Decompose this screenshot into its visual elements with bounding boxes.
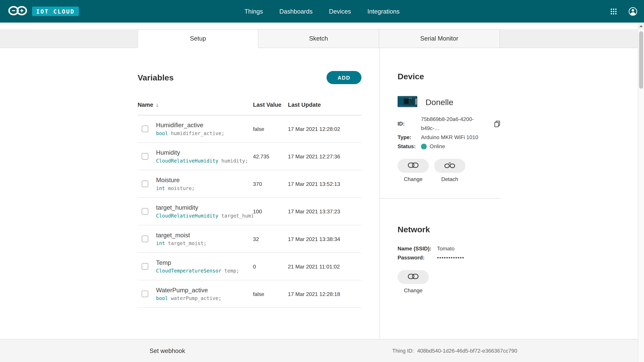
- variable-name[interactable]: Moisture: [156, 176, 253, 184]
- column-last-update: Last Update: [288, 101, 362, 108]
- network-ssid-value: Tomato: [437, 244, 454, 253]
- scroll-up-arrow-icon: [640, 25, 643, 27]
- tab-serial-monitor[interactable]: Serial Monitor: [379, 29, 500, 48]
- device-title: Device: [398, 72, 500, 81]
- table-header: Name↓ Last Value Last Update: [138, 101, 362, 115]
- variable-last-update: 17 Mar 2021 13:52:13: [288, 181, 362, 187]
- scroll-up-button[interactable]: [638, 23, 644, 29]
- variable-last-value: 100: [253, 208, 288, 215]
- detach-device-label: Detach: [441, 176, 458, 182]
- column-last-value: Last Value: [253, 101, 288, 108]
- device-type-row: Type: Arduino MKR WiFi 1010: [398, 133, 500, 142]
- variable-last-value: false: [253, 291, 288, 297]
- device-id-value: 75b869b8-20a6-4200-b49c-…: [421, 115, 491, 133]
- link-icon: [408, 163, 418, 169]
- variable-name[interactable]: Humidifier_active: [156, 121, 253, 129]
- variable-name[interactable]: Humidity: [156, 149, 253, 157]
- variables-section: Variables ADD Name↓ Last Value Last Upda…: [138, 48, 362, 308]
- column-name[interactable]: Name↓: [138, 101, 253, 108]
- variable-name[interactable]: target_moist: [156, 231, 253, 239]
- variable-last-value: 32: [253, 236, 288, 242]
- variable-last-value: 42.735: [253, 153, 288, 160]
- device-board-thumbnail: [398, 96, 418, 109]
- arduino-logo-icon: [8, 4, 27, 18]
- network-title: Network: [398, 225, 500, 234]
- unlink-icon: [444, 162, 455, 170]
- add-variable-button[interactable]: ADD: [326, 71, 362, 84]
- device-type-value: Arduino MKR WiFi 1010: [421, 133, 478, 142]
- tab-setup[interactable]: Setup: [138, 29, 258, 48]
- variable-name[interactable]: target_humidity: [156, 204, 253, 212]
- row-checkbox[interactable]: [142, 236, 148, 242]
- variable-last-update: 17 Mar 2021 12:28:18: [288, 291, 362, 297]
- scrollbar[interactable]: [638, 23, 644, 362]
- variable-declaration: CloudRelativeHumidity humidity;: [156, 158, 253, 164]
- variable-name[interactable]: Temp: [156, 259, 253, 267]
- copy-icon[interactable]: [494, 121, 500, 127]
- thing-id-value: 408bd540-1d26-46d5-bf72-e366367cc790: [417, 348, 518, 354]
- user-avatar-icon[interactable]: [628, 7, 638, 16]
- variable-declaration: CloudTemperatureSensor temp;: [156, 268, 253, 274]
- variable-name[interactable]: WaterPump_active: [156, 286, 253, 294]
- footer-bar: Set webhook Thing ID:408bd540-1d26-46d5-…: [0, 339, 644, 362]
- scrollbar-thumb[interactable]: [639, 31, 643, 89]
- iot-cloud-badge: IOT CLOUD: [32, 6, 79, 16]
- change-network-label: Change: [404, 287, 422, 294]
- thing-id: Thing ID:408bd540-1d26-46d5-bf72-e366367…: [392, 339, 517, 362]
- row-checkbox[interactable]: [142, 263, 148, 270]
- table-row: target_humidity CloudRelativeHumidity ta…: [138, 198, 362, 225]
- network-password-row: Password: ••••••••••••: [398, 253, 500, 262]
- table-row: target_moist int target_moist; 32 17 Mar…: [138, 225, 362, 253]
- device-id-row: ID: 75b869b8-20a6-4200-b49c-…: [398, 115, 500, 133]
- variable-last-value: 370: [253, 181, 288, 187]
- variable-last-update: 17 Mar 2021 12:27:36: [288, 153, 362, 160]
- device-status-value: Online: [430, 142, 445, 151]
- thing-id-label: Thing ID:: [392, 348, 414, 354]
- table-row: Temp CloudTemperatureSensor temp; 0 21 M…: [138, 253, 362, 280]
- row-checkbox[interactable]: [142, 153, 148, 160]
- table-row: Humidity CloudRelativeHumidity humidity;…: [138, 143, 362, 170]
- variable-last-value: false: [253, 126, 288, 132]
- change-device-button[interactable]: [398, 159, 429, 173]
- row-checkbox[interactable]: [142, 291, 148, 297]
- table-row: WaterPump_active bool waterPump_active; …: [138, 280, 362, 308]
- variable-declaration: bool waterPump_active;: [156, 295, 253, 302]
- table-row: Moisture int moisture; 370 17 Mar 2021 1…: [138, 170, 362, 198]
- header-actions: [610, 0, 638, 23]
- row-checkbox[interactable]: [142, 181, 148, 187]
- variable-last-update: 21 Mar 2021 11:01:02: [288, 263, 362, 270]
- table-row: Humidifier_active bool humidifier_active…: [138, 115, 362, 143]
- device-name: Donelle: [426, 98, 453, 107]
- nav-dashboards[interactable]: Dashboards: [280, 8, 312, 15]
- section-divider: [380, 198, 500, 199]
- top-bar: IOT CLOUD Things Dashboards Devices Inte…: [0, 0, 644, 23]
- change-network-button[interactable]: [398, 270, 429, 284]
- variable-declaration: CloudRelativeHumidity target_humid…: [156, 213, 253, 219]
- network-ssid-row: Name (SSID): Tomato: [398, 244, 500, 253]
- network-password-value: ••••••••••••: [437, 253, 464, 262]
- variable-last-update: 17 Mar 2021 13:38:34: [288, 236, 362, 242]
- device-status-row: Status: Online: [398, 142, 500, 151]
- nav-integrations[interactable]: Integrations: [367, 8, 400, 15]
- main-nav: Things Dashboards Devices Integrations: [244, 0, 400, 23]
- tab-bar: Setup Sketch Serial Monitor: [0, 29, 644, 48]
- variable-last-update: 17 Mar 2021 13:37:23: [288, 208, 362, 215]
- sort-desc-icon: ↓: [156, 101, 159, 108]
- variables-title: Variables: [138, 73, 174, 82]
- variable-declaration: bool humidifier_active;: [156, 130, 253, 137]
- detach-device-button[interactable]: [434, 159, 466, 173]
- row-checkbox[interactable]: [142, 208, 148, 215]
- tab-sketch[interactable]: Sketch: [258, 29, 379, 48]
- device-panel: Device Donelle ID: 75b8: [380, 48, 500, 339]
- variable-last-update: 17 Mar 2021 12:28:02: [288, 126, 362, 132]
- nav-devices[interactable]: Devices: [329, 8, 351, 15]
- variable-declaration: int target_moist;: [156, 240, 253, 247]
- row-checkbox[interactable]: [142, 125, 148, 132]
- change-device-label: Change: [404, 176, 422, 182]
- set-webhook-link[interactable]: Set webhook: [150, 339, 185, 362]
- brand[interactable]: IOT CLOUD: [8, 0, 79, 23]
- status-online-icon: [421, 144, 427, 149]
- tabs: Setup Sketch Serial Monitor: [138, 29, 500, 48]
- nav-things[interactable]: Things: [244, 8, 263, 15]
- apps-grid-icon[interactable]: [610, 8, 617, 14]
